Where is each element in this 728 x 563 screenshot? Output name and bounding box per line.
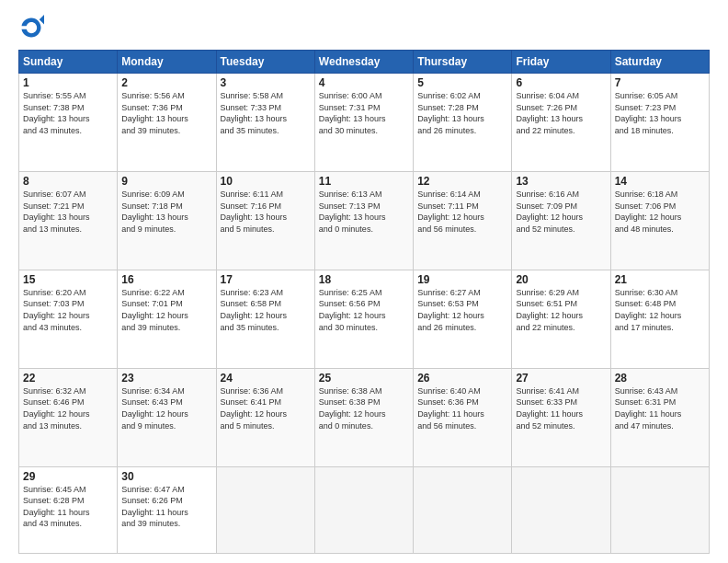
calendar-header-row: SundayMondayTuesdayWednesdayThursdayFrid… [19,51,710,74]
calendar-cell: 24Sunrise: 6:36 AM Sunset: 6:41 PM Dayli… [216,368,314,466]
calendar-cell: 2Sunrise: 5:56 AM Sunset: 7:36 PM Daylig… [118,74,216,172]
calendar-cell: 3Sunrise: 5:58 AM Sunset: 7:33 PM Daylig… [216,74,314,172]
calendar-cell: 21Sunrise: 6:30 AM Sunset: 6:48 PM Dayli… [610,270,709,368]
calendar-cell [314,466,413,553]
day-number: 18 [319,273,409,286]
day-number: 11 [319,175,409,188]
calendar-cell: 25Sunrise: 6:38 AM Sunset: 6:38 PM Dayli… [314,368,413,466]
calendar-cell [216,466,314,553]
day-number: 16 [121,273,211,286]
calendar-table: SundayMondayTuesdayWednesdayThursdayFrid… [18,50,710,554]
calendar-cell: 22Sunrise: 6:32 AM Sunset: 6:46 PM Dayli… [19,368,118,466]
calendar-week-row: 1Sunrise: 5:55 AM Sunset: 7:38 PM Daylig… [19,74,710,172]
calendar-cell [512,466,610,553]
calendar-cell: 14Sunrise: 6:18 AM Sunset: 7:06 PM Dayli… [610,171,709,270]
header [18,15,710,40]
calendar-week-row: 22Sunrise: 6:32 AM Sunset: 6:46 PM Dayli… [19,368,710,466]
calendar-cell: 28Sunrise: 6:43 AM Sunset: 6:31 PM Dayli… [610,368,709,466]
calendar-cell: 8Sunrise: 6:07 AM Sunset: 7:21 PM Daylig… [19,171,118,270]
day-info: Sunrise: 6:07 AM Sunset: 7:21 PM Dayligh… [23,189,113,235]
calendar-cell: 5Sunrise: 6:02 AM Sunset: 7:28 PM Daylig… [414,74,512,172]
day-info: Sunrise: 6:27 AM Sunset: 6:53 PM Dayligh… [417,287,507,333]
day-number: 17 [221,273,311,286]
day-info: Sunrise: 6:25 AM Sunset: 6:56 PM Dayligh… [319,287,409,333]
day-info: Sunrise: 6:04 AM Sunset: 7:26 PM Dayligh… [516,90,606,136]
day-number: 3 [221,76,311,89]
day-info: Sunrise: 5:56 AM Sunset: 7:36 PM Dayligh… [121,90,211,136]
day-number: 15 [23,273,113,286]
day-number: 6 [516,76,606,89]
day-number: 13 [516,175,606,188]
column-header-friday: Friday [512,51,610,74]
calendar-cell: 20Sunrise: 6:29 AM Sunset: 6:51 PM Dayli… [512,270,610,368]
day-number: 14 [615,175,705,188]
day-info: Sunrise: 6:22 AM Sunset: 7:01 PM Dayligh… [121,287,211,333]
day-number: 24 [221,372,311,385]
calendar-cell: 17Sunrise: 6:23 AM Sunset: 6:58 PM Dayli… [216,270,314,368]
day-info: Sunrise: 5:58 AM Sunset: 7:33 PM Dayligh… [221,90,311,136]
calendar-cell: 29Sunrise: 6:45 AM Sunset: 6:28 PM Dayli… [19,466,118,553]
calendar-cell: 7Sunrise: 6:05 AM Sunset: 7:23 PM Daylig… [610,74,709,172]
day-number: 9 [121,175,211,188]
day-info: Sunrise: 6:16 AM Sunset: 7:09 PM Dayligh… [516,189,606,235]
day-number: 4 [319,76,409,89]
day-number: 22 [23,372,113,385]
calendar-cell: 19Sunrise: 6:27 AM Sunset: 6:53 PM Dayli… [414,270,512,368]
calendar-week-row: 15Sunrise: 6:20 AM Sunset: 7:03 PM Dayli… [19,270,710,368]
day-info: Sunrise: 6:41 AM Sunset: 6:33 PM Dayligh… [516,385,606,431]
calendar-cell: 6Sunrise: 6:04 AM Sunset: 7:26 PM Daylig… [512,74,610,172]
day-info: Sunrise: 6:43 AM Sunset: 6:31 PM Dayligh… [615,385,705,431]
day-info: Sunrise: 6:29 AM Sunset: 6:51 PM Dayligh… [516,287,606,333]
day-number: 20 [516,273,606,286]
day-number: 25 [319,372,409,385]
day-number: 5 [417,76,507,89]
column-header-thursday: Thursday [414,51,512,74]
calendar-cell: 1Sunrise: 5:55 AM Sunset: 7:38 PM Daylig… [19,74,118,172]
day-number: 26 [417,372,507,385]
day-number: 19 [417,273,507,286]
calendar-cell [414,466,512,553]
day-info: Sunrise: 6:36 AM Sunset: 6:41 PM Dayligh… [221,385,311,431]
day-info: Sunrise: 6:20 AM Sunset: 7:03 PM Dayligh… [23,287,113,333]
calendar-week-row: 29Sunrise: 6:45 AM Sunset: 6:28 PM Dayli… [19,466,710,553]
day-number: 27 [516,372,606,385]
calendar-cell: 12Sunrise: 6:14 AM Sunset: 7:11 PM Dayli… [414,171,512,270]
day-info: Sunrise: 6:18 AM Sunset: 7:06 PM Dayligh… [615,189,705,235]
calendar-cell: 26Sunrise: 6:40 AM Sunset: 6:36 PM Dayli… [414,368,512,466]
day-info: Sunrise: 6:13 AM Sunset: 7:13 PM Dayligh… [319,189,409,235]
calendar-cell: 10Sunrise: 6:11 AM Sunset: 7:16 PM Dayli… [216,171,314,270]
column-header-wednesday: Wednesday [314,51,413,74]
column-header-monday: Monday [118,51,216,74]
day-info: Sunrise: 6:38 AM Sunset: 6:38 PM Dayligh… [319,385,409,431]
day-number: 8 [23,175,113,188]
day-info: Sunrise: 5:55 AM Sunset: 7:38 PM Dayligh… [23,90,113,136]
column-header-saturday: Saturday [610,51,709,74]
day-number: 2 [121,76,211,89]
day-info: Sunrise: 6:00 AM Sunset: 7:31 PM Dayligh… [319,90,409,136]
logo-icon [18,15,44,40]
calendar-cell: 27Sunrise: 6:41 AM Sunset: 6:33 PM Dayli… [512,368,610,466]
day-number: 30 [121,470,211,483]
calendar-cell: 30Sunrise: 6:47 AM Sunset: 6:26 PM Dayli… [118,466,216,553]
day-info: Sunrise: 6:32 AM Sunset: 6:46 PM Dayligh… [23,385,113,431]
day-info: Sunrise: 6:40 AM Sunset: 6:36 PM Dayligh… [417,385,507,431]
calendar-cell: 4Sunrise: 6:00 AM Sunset: 7:31 PM Daylig… [314,74,413,172]
calendar-cell: 15Sunrise: 6:20 AM Sunset: 7:03 PM Dayli… [19,270,118,368]
day-info: Sunrise: 6:34 AM Sunset: 6:43 PM Dayligh… [121,385,211,431]
calendar-cell: 11Sunrise: 6:13 AM Sunset: 7:13 PM Dayli… [314,171,413,270]
day-info: Sunrise: 6:02 AM Sunset: 7:28 PM Dayligh… [417,90,507,136]
day-info: Sunrise: 6:23 AM Sunset: 6:58 PM Dayligh… [221,287,311,333]
calendar-cell: 16Sunrise: 6:22 AM Sunset: 7:01 PM Dayli… [118,270,216,368]
day-info: Sunrise: 6:05 AM Sunset: 7:23 PM Dayligh… [615,90,705,136]
calendar-cell: 23Sunrise: 6:34 AM Sunset: 6:43 PM Dayli… [118,368,216,466]
day-number: 21 [615,273,705,286]
day-number: 7 [615,76,705,89]
column-header-tuesday: Tuesday [216,51,314,74]
day-info: Sunrise: 6:30 AM Sunset: 6:48 PM Dayligh… [615,287,705,333]
calendar-cell: 9Sunrise: 6:09 AM Sunset: 7:18 PM Daylig… [118,171,216,270]
day-number: 29 [23,470,113,483]
column-header-sunday: Sunday [19,51,118,74]
calendar-cell: 13Sunrise: 6:16 AM Sunset: 7:09 PM Dayli… [512,171,610,270]
page: SundayMondayTuesdayWednesdayThursdayFrid… [0,0,728,563]
day-number: 12 [417,175,507,188]
